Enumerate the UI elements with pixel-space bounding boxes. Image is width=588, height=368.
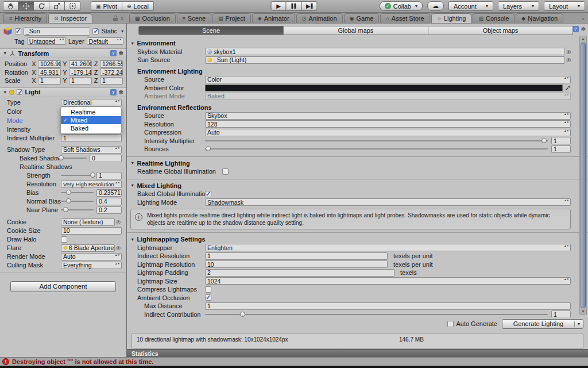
statistics-bar[interactable]: Statistics — [127, 349, 588, 357]
mode-option-baked[interactable]: Baked — [61, 124, 121, 132]
account-dropdown[interactable]: Account▾ — [448, 1, 493, 11]
indirect-multiplier-field[interactable]: 1 — [61, 135, 122, 142]
lightmapping-header[interactable]: ▼Lightmapping Settings — [130, 235, 571, 244]
type-dropdown[interactable]: Directional▲▼ — [61, 99, 122, 106]
cookie-size-field[interactable]: 10 — [61, 227, 122, 235]
position-x-field[interactable]: 1026.90 — [38, 60, 61, 68]
mode-option-mixed[interactable]: ✓Mixed — [61, 116, 121, 124]
generate-lighting-button[interactable]: Generate Lighting ▾ — [502, 319, 583, 329]
layer-dropdown[interactable]: Default▲▼ — [87, 37, 123, 45]
lighting-tab-scene[interactable]: Scene — [138, 26, 284, 35]
light-help-icon[interactable]: ? — [110, 89, 117, 95]
lighting-scrollbar[interactable]: ▲ ▼ — [579, 36, 587, 315]
skybox-picker-icon[interactable]: ◎ — [566, 49, 571, 55]
lightmap-padding-field[interactable]: 2 — [205, 269, 394, 277]
position-y-field[interactable]: 41.2600 — [69, 60, 92, 68]
step-button[interactable]: ▶ — [302, 1, 318, 11]
generate-lighting-caret-icon[interactable]: ▾ — [574, 321, 583, 327]
auto-generate-checkbox[interactable] — [447, 321, 454, 327]
pause-button[interactable] — [287, 1, 302, 11]
shadow-type-dropdown[interactable]: Soft Shadows▲▼ — [61, 146, 122, 154]
mode-option-realtime[interactable]: Realtime — [61, 108, 121, 116]
local-button[interactable]: ⊕Local — [122, 1, 154, 11]
scale-tool-button[interactable] — [49, 1, 65, 11]
add-component-button[interactable]: Add Component — [10, 281, 116, 292]
static-checkbox[interactable] — [92, 28, 99, 34]
tab-console[interactable]: ▥Console — [473, 13, 514, 23]
rotation-y-field[interactable]: -179.14 — [69, 68, 92, 76]
intensity-multiplier-slider[interactable] — [205, 140, 548, 141]
mixed-lighting-header[interactable]: ▼Mixed Lighting — [130, 182, 571, 190]
cookie-picker-icon[interactable]: ◎ — [116, 219, 121, 225]
flare-picker-icon[interactable]: ◎ — [116, 245, 121, 251]
environment-section-header[interactable]: ▼Environment — [130, 39, 571, 48]
transform-foldout-icon[interactable]: ▼ — [3, 51, 7, 56]
max-distance-field[interactable]: 1 — [205, 302, 571, 310]
lightmapper-dropdown[interactable]: Enlighten▲▼ — [205, 244, 571, 251]
inspector-menu-icon[interactable]: ≡ — [121, 16, 123, 21]
tab-lighting[interactable]: ☼Lighting — [431, 13, 472, 23]
cloud-button[interactable]: ☁ — [427, 1, 444, 11]
light-header[interactable]: ▼ Light ?✻ — [0, 87, 126, 97]
tab-animation[interactable]: ◷Animation — [296, 13, 343, 23]
transform-help-icon[interactable]: ? — [110, 50, 117, 56]
refl-source-dropdown[interactable]: Skybox▲▼ — [205, 112, 571, 120]
sun-source-picker-icon[interactable]: ◎ — [566, 57, 571, 63]
normal-bias-slider[interactable] — [61, 201, 94, 202]
bias-field[interactable]: 0.23571 — [96, 189, 122, 197]
status-bar[interactable]: ! Destroying object "" is not allowed at… — [0, 357, 588, 366]
render-mode-dropdown[interactable]: Auto▲▼ — [61, 253, 122, 260]
panel-menu-icon[interactable]: ≡ — [582, 17, 585, 21]
scale-y-field[interactable]: 1 — [69, 77, 92, 85]
hand-tool-button[interactable] — [3, 1, 18, 11]
transform-header[interactable]: ▼ Transform ?✻ — [0, 48, 126, 58]
scrollbar-thumb[interactable] — [581, 43, 586, 308]
baked-gi-checkbox[interactable] — [205, 191, 211, 197]
compression-dropdown[interactable]: Auto▲▼ — [205, 129, 571, 136]
tab-inspector[interactable]: ⊙Inspector — [48, 13, 92, 23]
tab-project[interactable]: ▤Project — [212, 13, 251, 23]
rect-tool-button[interactable] — [65, 1, 80, 11]
light-gear-icon[interactable]: ✻ — [119, 89, 123, 95]
refl-resolution-dropdown[interactable]: 128▲▼ — [205, 120, 571, 128]
bias-slider[interactable] — [61, 192, 94, 193]
normal-bias-field[interactable]: 0.4 — [96, 198, 122, 205]
realtime-lighting-header[interactable]: ▼Realtime Lighting — [130, 159, 571, 168]
lock-icon[interactable] — [113, 18, 118, 21]
static-caret-icon[interactable]: ▾ — [121, 29, 123, 34]
collab-button[interactable]: ✓ Collab ▾ — [380, 1, 423, 11]
tab-game[interactable]: ◉Game — [344, 13, 380, 23]
shadow-resolution-dropdown[interactable]: Very High Resolution▲▼ — [61, 181, 122, 188]
rotation-z-field[interactable]: -372.24 — [100, 68, 123, 76]
tab-animator[interactable]: ◈Animator — [252, 13, 295, 23]
culling-mask-dropdown[interactable]: Everything▲▼ — [61, 262, 122, 269]
indirect-contribution-slider[interactable] — [205, 314, 548, 315]
play-button[interactable]: ▶ — [271, 1, 287, 11]
ambient-color-swatch[interactable] — [205, 85, 563, 91]
sun-source-field[interactable]: _Sun (Light) — [205, 56, 565, 64]
tab-hierarchy[interactable]: ≡Hierarchy — [3, 13, 47, 23]
tab-navigation[interactable]: ◆Navigation — [516, 13, 563, 23]
move-tool-button[interactable] — [18, 1, 34, 11]
baked-shadow-angle-field[interactable]: 0 — [90, 155, 122, 162]
lighting-mode-dropdown[interactable]: Shadowmask▲▼ — [205, 198, 571, 206]
transform-gear-icon[interactable]: ✻ — [119, 50, 123, 56]
pivot-button[interactable]: ▣Pivot — [91, 1, 122, 11]
tab-occlusion[interactable]: ▩Occlusion — [129, 13, 176, 23]
lighting-help-icon[interactable]: ? — [572, 26, 579, 32]
scroll-down-icon[interactable]: ▼ — [581, 309, 585, 315]
layers-dropdown[interactable]: Layers▾ — [498, 1, 539, 11]
bounces-field[interactable]: 1 — [551, 145, 571, 153]
cookie-object-field[interactable]: None (Texture) — [61, 218, 115, 226]
bounces-slider[interactable] — [205, 148, 548, 150]
light-foldout-icon[interactable]: ▼ — [3, 90, 7, 95]
skybox-material-field[interactable]: skybox1 — [205, 48, 565, 55]
near-plane-slider[interactable] — [61, 209, 94, 210]
ambient-occlusion-checkbox[interactable] — [205, 294, 211, 301]
scroll-up-icon[interactable]: ▲ — [581, 36, 585, 42]
position-z-field[interactable]: 1266.55 — [100, 60, 123, 68]
strength-slider[interactable] — [61, 175, 94, 176]
lightmap-size-dropdown[interactable]: 1024▲▼ — [205, 277, 571, 285]
compress-lightmaps-checkbox[interactable] — [205, 286, 211, 293]
rotation-x-field[interactable]: 45.931 — [38, 68, 61, 76]
